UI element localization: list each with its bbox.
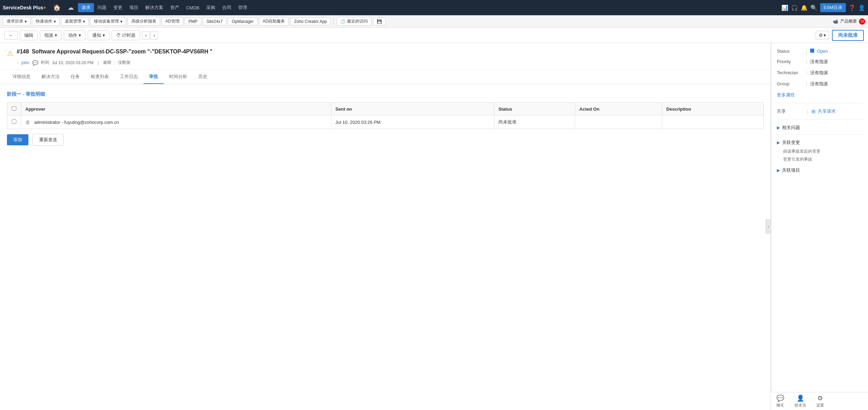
site24x7-btn[interactable]: Site24x7: [203, 18, 227, 25]
priority-field: Priority : 没有指派: [777, 59, 862, 65]
nav-item-issue[interactable]: 问题: [94, 3, 110, 12]
tab-checklist[interactable]: 检查列表: [85, 70, 114, 84]
related-issues-section[interactable]: ▶ 相关问题: [777, 125, 862, 131]
esm-btn[interactable]: ESM目录: [820, 3, 846, 12]
bottom-chat-btn[interactable]: 💬 聊天: [776, 394, 784, 408]
edit-button[interactable]: 编辑: [20, 31, 38, 40]
tab-worklog[interactable]: 工作日志: [114, 70, 144, 84]
right-arrow-projects: ▶: [777, 168, 780, 173]
account-icon[interactable]: 👤: [858, 5, 865, 11]
related-changes-sub1: 由该事故发起的变更: [783, 148, 862, 154]
resend-btn[interactable]: 重新发送: [33, 134, 64, 146]
status-field: Status : Open: [777, 49, 862, 54]
chart-icon[interactable]: 📊: [781, 5, 788, 11]
logo: ServiceDesk Plus+: [3, 5, 46, 10]
status-value: Open: [817, 49, 828, 54]
tab-approval[interactable]: 审批: [144, 70, 164, 84]
ad-mgmt-btn[interactable]: AD管理: [162, 17, 183, 26]
second-toolbar: 请求目录 ▾ 快速动作 ▾ 桌面管理 ▾ 移动设备管理 ▾ 高级分析报表 AD管…: [0, 15, 868, 28]
recent-visits-btn[interactable]: 🕐 最近的访问: [337, 17, 372, 26]
related-changes-sub2: 变更引发的事故: [783, 156, 862, 162]
select-all-checkbox[interactable]: [12, 106, 16, 111]
th-approver: Approver: [21, 103, 331, 116]
request-catalog-btn[interactable]: 请求目录 ▾: [3, 17, 31, 26]
nav-item-solution[interactable]: 解决方案: [142, 3, 167, 12]
bell-icon[interactable]: 🔔: [801, 5, 808, 11]
request-header: ⚠ #148 Software Approval Request-DC-SSP-…: [0, 43, 771, 70]
shared-row: 共享 : ⊞ 共享请求: [777, 108, 862, 114]
warning-icon: ⚠: [7, 49, 13, 58]
tab-time-analysis[interactable]: 时间分析: [164, 70, 193, 84]
row-checkbox[interactable]: [12, 119, 16, 124]
headset-icon[interactable]: 🎧: [791, 5, 798, 11]
nav-menu: 请求 问题 变更 项目 解决方案 资产 CMDB 采购 合同 管理: [78, 3, 780, 12]
back-button[interactable]: ←: [4, 31, 18, 40]
add-approver-btn[interactable]: 添加: [7, 134, 28, 145]
tab-detail[interactable]: 详细信息: [7, 70, 36, 84]
ad-self-btn[interactable]: AD自助服务: [259, 17, 289, 26]
action-button[interactable]: 动作 ▾: [64, 31, 86, 40]
search-icon[interactable]: 🔍: [810, 5, 817, 11]
th-status: Status: [494, 103, 575, 116]
related-changes-section[interactable]: ▶ 关联变更: [777, 139, 862, 146]
nav-item-project[interactable]: 项目: [126, 3, 142, 12]
nav-item-admin[interactable]: 管理: [235, 3, 251, 12]
home-nav-btn[interactable]: 🏠: [50, 2, 63, 13]
group-field: Group : 没有指派: [777, 81, 862, 87]
delete-row-icon[interactable]: 🗑: [25, 119, 30, 125]
zoho-creator-btn[interactable]: Zoho Creator App: [290, 18, 331, 25]
assign-button[interactable]: 指派 ▾: [40, 31, 62, 40]
request-id: #148: [17, 49, 29, 54]
nav-item-cmdb[interactable]: CMDB: [183, 4, 203, 12]
technician-value: 没有指派: [810, 70, 828, 76]
save-icon-btn[interactable]: 💾: [373, 18, 386, 25]
group-value: 没有指派: [810, 81, 828, 87]
action-toolbar: ← 编辑 指派 ▾ 动作 ▾ 通知 ▾ ⏱ 计时器 ‹ › ⚙ ▾ 尚未批准: [0, 28, 868, 43]
settings-gear-btn[interactable]: ⚙ ▾: [816, 31, 829, 40]
product-overview[interactable]: 📹 产品概要 18: [833, 18, 865, 25]
row-status: 尚未批准: [494, 116, 575, 129]
related-projects-section[interactable]: ▶ 关联项目: [777, 167, 862, 173]
request-meta: - john 💬 时间 Jul 10, 2020 03:26 PM | 逾期 :…: [17, 60, 764, 66]
share-icon: ⊞: [811, 109, 816, 114]
request-author[interactable]: john: [21, 60, 29, 65]
approve-status-btn[interactable]: 尚未批准: [832, 30, 864, 41]
settings-icon: ⚙: [817, 394, 823, 402]
next-request-btn[interactable]: ›: [150, 31, 158, 40]
tab-resolution[interactable]: 解决方法: [36, 70, 65, 84]
chat-meta-icon: 💬: [32, 60, 38, 66]
pmp-btn[interactable]: PMP: [185, 18, 201, 25]
bottom-technician-btn[interactable]: 👤 技术员: [795, 394, 806, 408]
row-checkbox-cell: [7, 116, 21, 129]
row-sent-on: Jul 10, 2020 03:26 PM: [331, 116, 494, 129]
nav-item-request[interactable]: 请求: [78, 3, 94, 12]
th-checkbox: [7, 103, 21, 116]
approval-content: 阶段一 - 审批明细 Approver Sent on Status Acted…: [0, 84, 771, 153]
opmanager-btn[interactable]: OpManager: [228, 18, 257, 25]
bottom-settings-btn[interactable]: ⚙ 设置: [816, 394, 824, 408]
quick-action-btn[interactable]: 快速动作 ▾: [32, 17, 60, 26]
help-icon[interactable]: ❓: [849, 5, 856, 11]
technician-field: Technician : 没有指派: [777, 70, 862, 76]
more-attrs-link[interactable]: 更多属性: [777, 92, 862, 98]
mobile-mgmt-btn[interactable]: 移动设备管理 ▾: [90, 17, 126, 26]
prev-request-btn[interactable]: ‹: [142, 31, 150, 40]
timer-button[interactable]: ⏱ 计时器: [112, 31, 140, 40]
nav-item-purchase[interactable]: 采购: [203, 3, 219, 12]
nav-item-contract[interactable]: 合同: [219, 3, 235, 12]
nav-item-asset[interactable]: 资产: [167, 3, 183, 12]
right-panel: Status : Open Priority : 没有指派 Technician…: [771, 43, 868, 410]
shared-value[interactable]: 共享请求: [818, 108, 836, 114]
desktop-mgmt-btn[interactable]: 桌面管理 ▾: [61, 17, 89, 26]
th-acted-on: Acted On: [575, 103, 662, 116]
tab-task[interactable]: 任务: [65, 70, 85, 84]
status-dot: [810, 49, 814, 53]
gear-icon: ⚙: [819, 33, 823, 38]
collapse-panel-btn[interactable]: ›: [766, 220, 771, 233]
tab-history[interactable]: 历史: [193, 70, 213, 84]
notify-button[interactable]: 通知 ▾: [88, 31, 110, 40]
cloud-nav-btn[interactable]: ☁: [65, 2, 77, 13]
nav-item-change[interactable]: 变更: [110, 3, 126, 12]
analytics-btn[interactable]: 高级分析报表: [128, 17, 160, 26]
technician-icon: 👤: [797, 394, 804, 402]
